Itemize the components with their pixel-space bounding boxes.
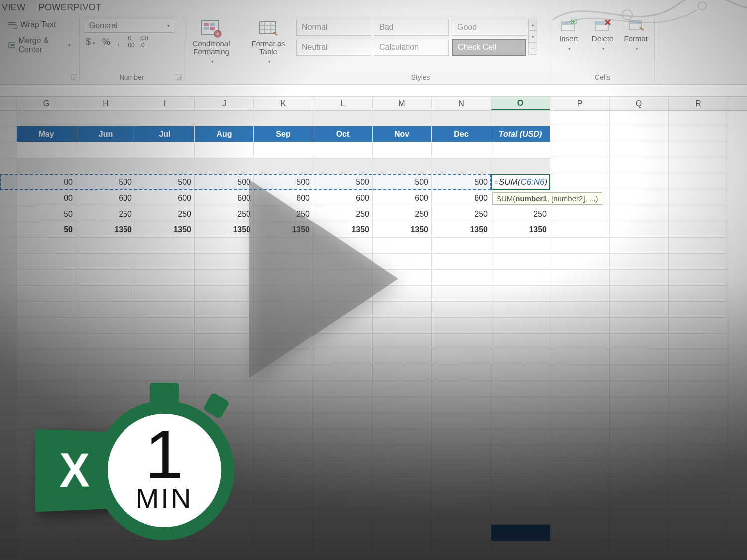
cell[interactable] (669, 126, 728, 142)
row-header[interactable] (0, 493, 17, 509)
cell[interactable] (17, 270, 76, 286)
cell[interactable]: 1350 (76, 222, 135, 238)
cell[interactable] (669, 142, 728, 158)
cell[interactable]: 250 (135, 206, 195, 222)
cell[interactable] (669, 349, 728, 365)
cell-styles-gallery[interactable]: Normal Bad Good Neutral Calculation Chec… (296, 19, 526, 56)
cell[interactable] (17, 302, 76, 318)
cell[interactable] (550, 397, 610, 413)
cell[interactable] (610, 126, 669, 142)
cell[interactable] (135, 238, 195, 254)
col-header[interactable]: N (432, 97, 491, 110)
cell[interactable] (432, 349, 491, 365)
cell[interactable] (610, 318, 669, 334)
cell[interactable] (550, 461, 610, 477)
cell[interactable] (17, 334, 76, 349)
cell[interactable]: 00 (17, 190, 76, 206)
gallery-down-icon[interactable]: ▾ (528, 31, 537, 43)
cell[interactable] (610, 111, 669, 126)
row-header[interactable] (0, 111, 17, 126)
cell[interactable] (17, 381, 76, 397)
cell[interactable] (610, 302, 669, 318)
row-header[interactable] (0, 190, 17, 206)
cell[interactable] (254, 142, 313, 158)
cell[interactable] (669, 111, 728, 126)
cell[interactable] (373, 158, 432, 174)
cell[interactable] (550, 286, 610, 302)
cell[interactable] (195, 365, 254, 381)
cell[interactable] (313, 381, 373, 397)
cell[interactable] (76, 302, 135, 318)
cell[interactable] (669, 158, 728, 174)
cell[interactable] (610, 429, 669, 445)
cell[interactable]: Dec (432, 126, 491, 142)
cell[interactable] (491, 142, 550, 158)
col-header[interactable]: M (373, 97, 432, 110)
cell[interactable] (669, 190, 728, 206)
cell[interactable] (313, 111, 373, 126)
row-header[interactable] (0, 206, 17, 222)
play-icon[interactable] (249, 179, 398, 378)
cell[interactable] (432, 365, 491, 381)
cell[interactable] (135, 302, 195, 318)
cell[interactable] (135, 541, 195, 557)
cell[interactable]: Jul (135, 126, 195, 142)
cell[interactable] (669, 477, 728, 493)
cell[interactable] (76, 349, 135, 365)
cell[interactable] (135, 334, 195, 349)
cell[interactable] (432, 270, 491, 286)
cell[interactable]: 1350 (135, 222, 195, 238)
cell[interactable] (610, 190, 669, 206)
cell[interactable] (491, 413, 550, 429)
cell[interactable] (550, 270, 610, 286)
cell[interactable] (550, 142, 610, 158)
cell[interactable] (610, 254, 669, 270)
cell[interactable] (610, 349, 669, 365)
cell[interactable] (550, 334, 610, 349)
cell[interactable] (373, 493, 432, 509)
row-header[interactable] (0, 334, 17, 349)
row-header[interactable] (0, 318, 17, 334)
cell[interactable] (610, 142, 669, 158)
cell[interactable] (195, 334, 254, 349)
cell[interactable] (254, 477, 313, 493)
cell[interactable] (432, 429, 491, 445)
cell[interactable] (610, 477, 669, 493)
cell[interactable] (254, 381, 313, 397)
cell[interactable] (669, 206, 728, 222)
cell[interactable] (195, 349, 254, 365)
number-dialog-launcher[interactable]: ◿ (176, 74, 182, 80)
cell[interactable]: 600 (135, 190, 195, 206)
cell[interactable] (76, 365, 135, 381)
cell[interactable] (610, 222, 669, 238)
cell[interactable] (135, 318, 195, 334)
decrease-decimal-button[interactable]: .00.0 (140, 35, 148, 49)
cell[interactable] (254, 461, 313, 477)
cell[interactable] (254, 541, 313, 557)
cell[interactable] (669, 461, 728, 477)
cell[interactable] (432, 493, 491, 509)
cell[interactable] (313, 541, 373, 557)
cell[interactable] (491, 111, 550, 126)
cell[interactable] (254, 445, 313, 461)
row-header[interactable] (0, 142, 17, 158)
cell[interactable] (135, 254, 195, 270)
cell[interactable] (76, 142, 135, 158)
cell[interactable] (610, 509, 669, 525)
cell[interactable] (550, 381, 610, 397)
comma-format-button[interactable]: , (117, 37, 120, 47)
cell[interactable] (610, 413, 669, 429)
cell[interactable] (432, 111, 491, 126)
cell[interactable] (550, 349, 610, 365)
row-header[interactable] (0, 365, 17, 381)
cell[interactable]: 00 (17, 174, 76, 190)
cell[interactable] (313, 429, 373, 445)
cell[interactable] (610, 334, 669, 349)
row-header[interactable] (0, 302, 17, 318)
row-header[interactable] (0, 509, 17, 525)
cell[interactable] (17, 111, 76, 126)
cell[interactable] (254, 493, 313, 509)
cell[interactable] (373, 111, 432, 126)
cell[interactable] (491, 238, 550, 254)
style-check-cell[interactable]: Check Cell (452, 39, 526, 56)
